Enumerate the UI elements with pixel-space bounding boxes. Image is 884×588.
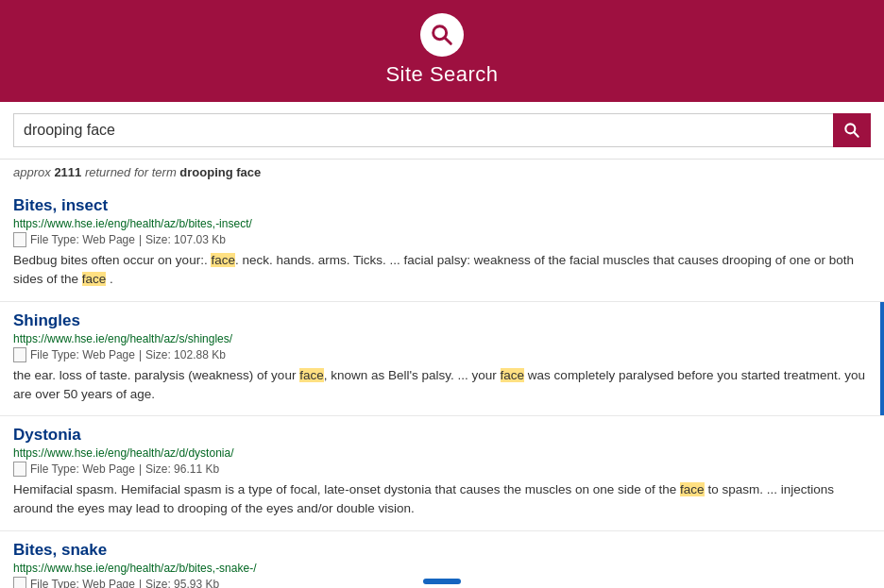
result-url-bites-snake[interactable]: https://www.hse.ie/eng/health/az/b/bites… [13,562,871,575]
search-icon [842,121,861,140]
result-title-bites-insect[interactable]: Bites, insect [13,196,871,215]
result-snippet-dystonia: Hemifacial spasm. Hemifacial spasm is a … [13,480,871,519]
result-url-bites-insect[interactable]: https://www.hse.ie/eng/health/az/b/bites… [13,217,871,230]
svg-line-3 [854,132,858,137]
result-meta-shingles: File Type: Web Page | Size: 102.88 Kb [13,347,871,362]
result-url-shingles[interactable]: https://www.hse.ie/eng/health/az/s/shing… [13,332,871,345]
results-term: drooping face [179,165,261,179]
result-size-bites-snake: Size: 95.93 Kb [145,578,219,589]
highlight: face [82,272,107,286]
highlight: face [211,253,235,267]
search-button[interactable] [833,113,871,147]
highlight: face [680,482,705,496]
result-size-dystonia: Size: 96.11 Kb [145,462,219,476]
results-info: approx 2111 returned for term drooping f… [0,160,884,187]
result-filetype-bites-snake: File Type: Web Page [30,578,135,589]
scroll-indicator [423,579,461,584]
results-count: 2111 [54,165,81,179]
search-bar-container [0,102,884,160]
highlight: face [299,368,324,382]
blue-bar-indicator [880,302,884,416]
highlight: face [501,368,525,382]
header-title: Site Search [385,62,498,87]
result-title-dystonia[interactable]: Dystonia [13,426,871,445]
results-prefix: approx [13,165,54,179]
file-icon [13,577,26,589]
result-filetype-shingles: File Type: Web Page [30,348,135,361]
svg-line-1 [445,38,450,43]
results-suffix: returned for term [81,165,179,179]
result-snippet-shingles: the ear. loss of taste. paralysis (weakn… [13,366,871,405]
result-filetype-bites-insect: File Type: Web Page [30,233,135,246]
search-logo-icon [420,13,464,57]
result-item-shingles: Shingles https://www.hse.ie/eng/health/a… [0,302,884,417]
result-meta-bites-insect: File Type: Web Page | Size: 107.03 Kb [13,232,871,247]
result-title-shingles[interactable]: Shingles [13,311,871,330]
result-item-dystonia: Dystonia https://www.hse.ie/eng/health/a… [0,416,884,531]
file-icon [13,462,26,477]
result-snippet-bites-insect: Bedbug bites often occur on your:. face.… [13,251,871,290]
search-input[interactable] [13,113,833,147]
result-filetype-dystonia: File Type: Web Page [30,462,135,476]
result-size-bites-insect: Size: 107.03 Kb [145,233,226,246]
result-size-shingles: Size: 102.88 Kb [145,348,226,361]
result-item-bites-insect: Bites, insect https://www.hse.ie/eng/hea… [0,187,884,302]
file-icon [13,347,26,362]
site-header: Site Search [0,0,884,102]
result-url-dystonia[interactable]: https://www.hse.ie/eng/health/az/d/dysto… [13,446,871,460]
file-icon [13,232,26,247]
result-meta-dystonia: File Type: Web Page | Size: 96.11 Kb [13,462,871,477]
result-title-bites-snake[interactable]: Bites, snake [13,541,871,560]
